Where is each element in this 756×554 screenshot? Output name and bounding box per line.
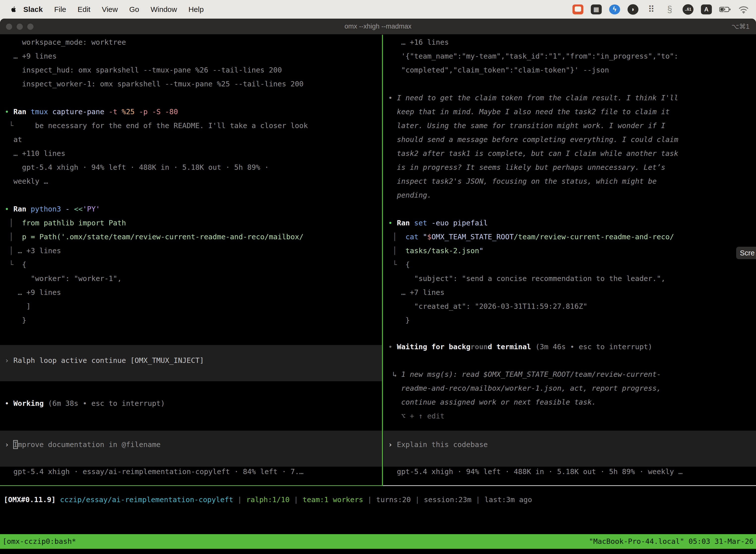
terminal-line: • Ran set -euo pipefail (388, 216, 756, 230)
right-pane-bottom-border (383, 485, 756, 486)
terminal-line: "completed","claim_token":"claim-token"}… (388, 63, 756, 77)
menu-item-go[interactable]: Go (129, 5, 139, 14)
terminal-line: ↳ 1 new msg(s): read $OMX_TEAM_STATE_ROO… (388, 367, 756, 381)
terminal-line: • Waiting for background terminal (3m 46… (388, 340, 756, 354)
terminal-line: is in progress? It seems likely but perh… (388, 160, 756, 174)
terminal-block: gpt-5.4 xhigh · essay/ai-reimplementatio… (0, 465, 382, 479)
menu-item-help[interactable]: Help (189, 5, 204, 14)
terminal-line (388, 77, 756, 91)
terminal-line: } (5, 313, 382, 327)
terminal-block: • Waiting for background terminal (3m 46… (383, 340, 756, 354)
prompt-band[interactable]: › Improve documentation in @filename (0, 431, 382, 466)
terminal-block: workspace_mode: worktree … +9 lines insp… (0, 35, 382, 327)
terminal-line: at (5, 132, 382, 147)
menu-bar: SlackFileEditViewGoWindowHelp ▦ϟ◗⠿§..61A (0, 0, 756, 19)
terminal-block: • Working (6m 38s • esc to interrupt) (0, 396, 382, 410)
terminal-line: └ be necessary for the end of the README… (5, 119, 382, 132)
prompt-band[interactable]: › Ralph loop active continue [OMX_TMUX_I… (0, 345, 382, 381)
tmux-status-bar: [omx-cczip0:bash* "MacBook-Pro-44.local"… (0, 534, 756, 549)
wifi-icon[interactable] (738, 4, 749, 15)
terminal-line: pending. (388, 188, 756, 202)
battery-icon[interactable] (719, 4, 731, 15)
terminal-line: continue assigned work or next feasible … (388, 395, 756, 409)
menu-items: SlackFileEditViewGoWindowHelp (23, 5, 204, 14)
terminal-line: inspect_hud: omx sparkshell --tmux-pane … (5, 63, 382, 77)
terminal-line: } (388, 313, 756, 327)
terminal-line: • Ran python3 - <<'PY' (5, 202, 382, 216)
terminal-line: ] (5, 299, 382, 313)
terminal-line (5, 188, 382, 202)
lightning-badge-icon[interactable]: ϟ (609, 4, 620, 14)
terminal-line: "subject": "send a concise recommendatio… (388, 272, 756, 285)
pane-divider[interactable] (382, 35, 383, 486)
menu-status-icons: ▦ϟ◗⠿§..61A (572, 4, 749, 15)
dots-grid-icon[interactable]: ⠿ (646, 4, 657, 15)
terminal-line: … +110 lines (5, 147, 382, 160)
terminal-line: › Explain this codebase (388, 438, 756, 451)
terminal-line: "worker": "worker-1", (5, 272, 382, 285)
terminal-line: └ { (5, 258, 382, 272)
terminal-line: gpt-5.4 xhigh · 94% left · 488K in · 5.1… (5, 160, 382, 174)
terminal-line: later. Using the same for transition mig… (388, 119, 756, 132)
terminal-line: … +9 lines (5, 285, 382, 299)
terminal-line: │ cat "$OMX_TEAM_STATE_ROOT/team/review-… (388, 230, 756, 244)
terminal-line: • Ran tmux capture-pane -t %25 -p -S -80 (5, 105, 382, 119)
terminal-line: └ { (388, 258, 756, 272)
menu-item-edit[interactable]: Edit (78, 5, 90, 14)
terminal-line: │ from pathlib import Path (5, 216, 382, 230)
tmux-window-name[interactable]: [omx-cczip0:bash* (2, 534, 76, 549)
terminal-line: "created_at": "2026-03-31T11:59:27.816Z" (388, 299, 756, 313)
terminal-line: task2 after task1 is complete, but can I… (388, 147, 756, 160)
input-source-icon[interactable]: A (701, 4, 712, 14)
terminal-line: readme-and-reco/mailbox/worker-1.json, a… (388, 381, 756, 395)
terminal-line: │ … +3 lines (5, 244, 382, 258)
terminal-line: │ p = Path('.omx/state/team/review-curre… (5, 230, 382, 244)
terminal-line (5, 91, 382, 105)
pie-circle-icon[interactable]: ◗ (628, 4, 638, 15)
terminal-block: ↳ 1 new msg(s): read $OMX_TEAM_STATE_ROO… (383, 367, 756, 423)
terminal-line: inspect_worker-1: omx sparkshell --tmux-… (5, 77, 382, 91)
right-terminal-pane[interactable]: … +16 lines '{"team_name":"my-team","tas… (383, 35, 756, 554)
grid-shield-icon[interactable]: ▦ (591, 4, 602, 14)
left-terminal-pane[interactable]: workspace_mode: worktree … +9 lines insp… (0, 35, 382, 554)
countdown-badge-icon[interactable]: ..61 (683, 4, 693, 15)
terminal-line: '{"team_name":"my-team","task_id":"1","f… (388, 49, 756, 63)
terminal-window: omx --xhigh --madmax ⌥⌘1 workspace_mode:… (0, 19, 756, 554)
terminal-line: • Working (6m 38s • esc to interrupt) (5, 396, 382, 410)
terminal-block: gpt-5.4 xhigh · 94% left · 488K in · 5.1… (383, 465, 756, 479)
window-title: omx --xhigh --madmax (0, 22, 756, 30)
terminal-line: … +9 lines (5, 49, 382, 63)
terminal-line (388, 202, 756, 216)
terminal-line: gpt-5.4 xhigh · 94% left · 488K in · 5.1… (388, 465, 756, 479)
terminal-line: inspect task2's JSON, focusing on the st… (388, 174, 756, 188)
terminal-line: [OMX#0.11.9] cczip/essay/ai-reimplementa… (4, 493, 756, 507)
menu-item-file[interactable]: File (54, 5, 66, 14)
tmux-host-clock: "MacBook-Pro-44.local" 05:03 31-Mar-26 (589, 534, 754, 549)
screen-tooltip: Scre (736, 247, 756, 259)
terminal-line: › Ralph loop active continue [OMX_TMUX_I… (5, 353, 382, 367)
left-pane-bottom-border (0, 485, 383, 486)
menu-item-window[interactable]: Window (150, 5, 177, 14)
omx-status-line: [OMX#0.11.9] cczip/essay/ai-reimplementa… (4, 493, 756, 507)
prompt-band[interactable]: › Explain this codebase (383, 431, 756, 466)
terminal-line: ⌥ + ↑ edit (388, 409, 756, 423)
terminal-line: › Improve documentation in @filename (5, 438, 382, 451)
menu-item-view[interactable]: View (102, 5, 118, 14)
screen-mirroring-icon[interactable] (572, 4, 583, 14)
window-title-bar[interactable]: omx --xhigh --madmax ⌥⌘1 (0, 19, 756, 35)
terminal-block: … +16 lines '{"team_name":"my-team","tas… (383, 35, 756, 327)
terminal-line: gpt-5.4 xhigh · essay/ai-reimplementatio… (5, 465, 382, 479)
terminal-line: • I need to get the claim token from the… (388, 91, 756, 105)
terminal-line: workspace_mode: worktree (5, 35, 382, 49)
apple-icon[interactable] (10, 6, 17, 13)
menu-item-slack[interactable]: Slack (23, 5, 43, 14)
terminal-line: should send a message before completing … (388, 132, 756, 147)
terminal-line: … +16 lines (388, 35, 756, 49)
window-shortcut-hint: ⌥⌘1 (732, 22, 750, 31)
terminal-line: keep that in mind. Maybe I also need the… (388, 105, 756, 119)
terminal-line: … +7 lines (388, 285, 756, 299)
squiggle-icon[interactable]: § (664, 4, 675, 15)
terminal-line: weekly … (5, 174, 382, 188)
terminal-line: │ tasks/task-2.json" (388, 244, 756, 258)
